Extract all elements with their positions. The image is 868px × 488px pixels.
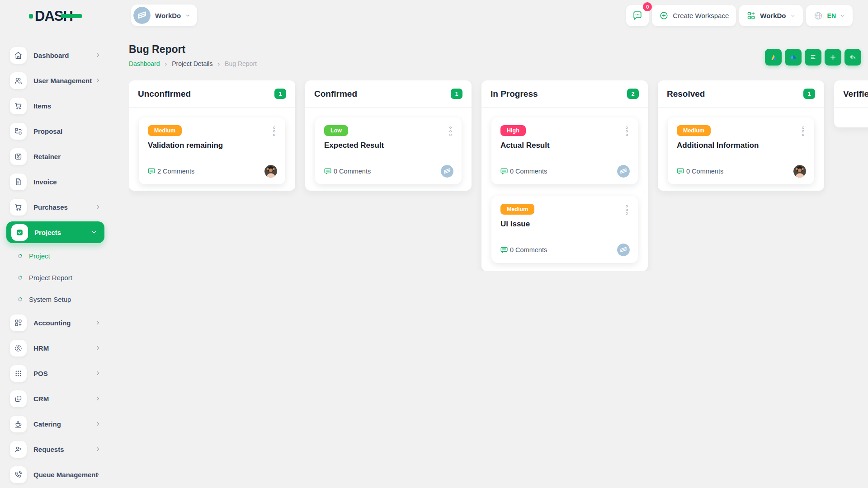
back-button[interactable]	[844, 49, 861, 66]
sidebar-item-invoice[interactable]: Invoice	[0, 169, 111, 194]
list-icon	[809, 53, 817, 61]
create-workspace-button[interactable]: Create Workspace	[652, 5, 736, 26]
column-title: Resolved	[667, 89, 705, 99]
add-button[interactable]	[825, 49, 841, 66]
chevron-right-icon	[95, 78, 101, 84]
priority-badge: Medium	[677, 125, 711, 136]
sidebar-item-queue-management[interactable]: Queue Management	[0, 462, 111, 487]
sidebar-subitem-system-setup[interactable]: System Setup	[0, 288, 111, 310]
kanban-card[interactable]: Medium Ui issue 0 Comments	[491, 196, 638, 263]
language-code: EN	[827, 12, 836, 19]
retainer-icon	[10, 148, 27, 165]
priority-badge: Medium	[148, 125, 182, 136]
card-menu-button[interactable]	[624, 125, 629, 137]
google-drive-button[interactable]	[765, 49, 782, 66]
sidebar-subitem-project[interactable]: Project	[0, 245, 111, 267]
bullet-icon	[17, 296, 23, 302]
chevron-down-icon	[840, 13, 845, 19]
chevron-right-icon	[95, 371, 101, 376]
language-dropdown[interactable]: EN	[806, 5, 853, 26]
chevron-right-icon	[95, 320, 101, 326]
sidebar-item-catering[interactable]: Catering	[0, 411, 111, 436]
cart-icon	[10, 199, 27, 216]
column-confirmed: Confirmed 1 Low Expected Result 0 Commen…	[305, 80, 472, 191]
sidebar-item-requests[interactable]: Requests	[0, 436, 111, 462]
sidebar-item-dashboard[interactable]: Dashboard	[0, 42, 111, 68]
breadcrumb: Dashboard › Project Details › Bug Report	[129, 60, 257, 67]
chevron-right-icon	[95, 421, 101, 427]
sidebar-item-proposal[interactable]: Proposal	[0, 118, 111, 144]
chevron-right-icon	[95, 446, 101, 452]
column-count-badge: 1	[451, 89, 462, 99]
onedrive-button[interactable]	[785, 49, 802, 66]
user-plus-icon	[10, 441, 27, 458]
assignee-avatar	[617, 165, 630, 178]
sidebar-nav: Dashboard User Management Items Proposal	[0, 42, 111, 487]
workspace-selector[interactable]: WorkDo	[131, 5, 197, 26]
dots-grid-icon	[10, 365, 27, 382]
list-view-button[interactable]	[805, 49, 821, 66]
google-drive-icon	[769, 53, 778, 62]
sidebar-item-projects[interactable]: Projects	[0, 220, 111, 245]
cart-icon	[10, 98, 27, 114]
app-logo[interactable]: DASH	[29, 9, 82, 23]
breadcrumb-project-details[interactable]: Project Details	[172, 60, 212, 67]
board-toolbar	[765, 49, 861, 66]
workspace-switcher-dropdown[interactable]: WorkDo	[739, 5, 802, 26]
sidebar-item-retainer[interactable]: Retainer	[0, 144, 111, 169]
card-comments: 0 Comments	[677, 168, 723, 175]
sidebar-item-items[interactable]: Items	[0, 93, 111, 118]
bullet-icon	[17, 275, 23, 281]
comment-icon	[500, 168, 508, 175]
kanban-card[interactable]: Medium Additional Information 0 Comments	[668, 117, 814, 184]
breadcrumb-dashboard[interactable]: Dashboard	[129, 60, 160, 67]
chevron-right-icon	[95, 396, 101, 402]
chevron-down-icon	[91, 229, 97, 235]
card-menu-button[interactable]	[801, 125, 806, 137]
kanban-card[interactable]: Medium Validation remaining 2 Comments	[139, 117, 285, 184]
assignee-avatar	[441, 165, 453, 178]
chevron-right-icon	[95, 52, 101, 58]
workdo-avatar	[617, 244, 630, 256]
card-comments: 0 Comments	[500, 246, 547, 253]
users-icon	[10, 72, 27, 89]
card-menu-button[interactable]	[272, 125, 277, 137]
card-menu-button[interactable]	[624, 204, 629, 216]
card-comments: 0 Comments	[324, 168, 371, 175]
sidebar-item-purchases[interactable]: Purchases	[0, 194, 111, 220]
column-header: Verified	[834, 80, 868, 108]
column-header: In Progress 2	[481, 80, 648, 108]
chat-icon	[632, 10, 643, 21]
chevron-right-icon	[95, 472, 101, 478]
chevron-down-icon	[185, 13, 191, 19]
workspace-switcher-label: WorkDo	[760, 12, 786, 19]
sidebar-subitem-project-report[interactable]: Project Report	[0, 267, 111, 288]
proposal-icon	[10, 123, 27, 140]
building-icon	[133, 7, 151, 24]
column-unconfirmed: Unconfirmed 1 Medium Validation remainin…	[129, 80, 295, 191]
chevron-right-icon	[95, 345, 101, 351]
sidebar-item-crm[interactable]: CRM	[0, 386, 111, 411]
sidebar-item-pos[interactable]: POS	[0, 361, 111, 386]
workdo-avatar	[617, 165, 630, 178]
column-title: Unconfirmed	[138, 89, 191, 99]
sidebar-item-hrm[interactable]: HRM	[0, 335, 111, 361]
column-count-badge: 2	[627, 89, 639, 99]
comment-icon	[500, 246, 508, 253]
column-verified: Verified	[834, 80, 868, 127]
messenger-button[interactable]: 0	[626, 5, 649, 26]
column-header: Resolved 1	[658, 80, 824, 108]
person-photo-avatar	[793, 165, 806, 178]
comment-icon	[324, 168, 331, 175]
column-title: In Progress	[491, 89, 538, 99]
priority-badge: Medium	[500, 204, 534, 215]
kanban-card[interactable]: Low Expected Result 0 Comments	[315, 117, 462, 184]
topbar-actions: 0 Create Workspace WorkDo EN	[626, 5, 853, 26]
column-header: Unconfirmed 1	[129, 80, 295, 108]
card-menu-button[interactable]	[448, 125, 453, 137]
sidebar-item-accounting[interactable]: Accounting	[0, 310, 111, 335]
column-resolved: Resolved 1 Medium Additional Information…	[658, 80, 824, 191]
priority-badge: High	[500, 125, 526, 136]
sidebar-item-user-management[interactable]: User Management	[0, 68, 111, 93]
kanban-card[interactable]: High Actual Result 0 Comments	[491, 117, 638, 184]
